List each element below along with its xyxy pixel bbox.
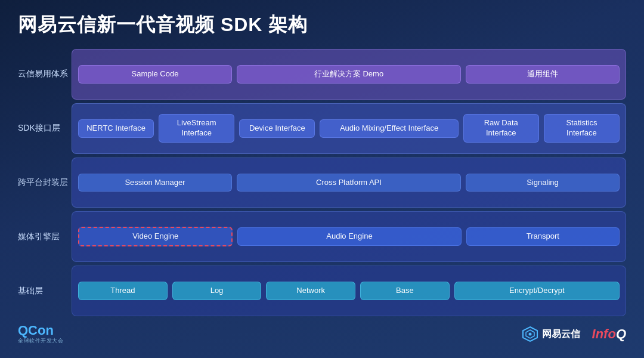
box-audio-engine: Audio Engine [237, 227, 461, 246]
layer-sdk-row: SDK接口层 NERTC Interface LiveStream Interf… [18, 103, 626, 154]
layer-sdk-label: SDK接口层 [18, 103, 72, 154]
layer-cross-content: Session Manager Cross Platform API Signa… [72, 158, 626, 208]
box-livestream-interface: LiveStream Interface [159, 114, 234, 143]
svg-point-2 [528, 333, 531, 336]
layer-cross-row: 跨平台封装层 Session Manager Cross Platform AP… [18, 158, 626, 208]
footer-right: 网易云信 InfoQ [522, 326, 626, 342]
layer-yixin-label: 云信易用体系 [18, 49, 72, 100]
layer-base-row: 基础层 Thread Log Network Base Encrypt/Decr… [18, 266, 626, 316]
box-thread: Thread [78, 282, 168, 300]
qcon-main-text: QCon [18, 324, 54, 337]
qcon-logo: QCon 全球软件开发大会 [18, 324, 63, 345]
layer-base-label: 基础层 [18, 266, 72, 316]
infoq-text: InfoQ [592, 326, 626, 342]
box-signaling: Signaling [466, 174, 620, 192]
footer-left: QCon 全球软件开发大会 [18, 324, 63, 345]
box-sample-code: Sample Code [78, 65, 232, 84]
layer-media-row: 媒体引擎层 Video Engine Audio Engine Transpor… [18, 211, 626, 262]
main-container: 网易云信新一代音视频 SDK 架构 云信易用体系 Sample Code 行业解… [0, 0, 644, 358]
layer-cross-label: 跨平台封装层 [18, 158, 72, 208]
box-encrypt-decrypt: Encrypt/Decrypt [454, 282, 620, 300]
box-statistics-interface: Statistics Interface [544, 114, 620, 143]
netease-brand: 网易云信 [522, 326, 580, 342]
architecture-diagram: 云信易用体系 Sample Code 行业解决方案 Demo 通用组件 SDK接… [18, 49, 626, 316]
qcon-sub-text: 全球软件开发大会 [18, 337, 63, 345]
layer-sdk-content: NERTC Interface LiveStream Interface Dev… [72, 103, 626, 154]
box-industry-demo: 行业解决方案 Demo [237, 65, 461, 84]
box-raw-data-interface: Raw Data Interface [463, 114, 539, 143]
netease-icon [522, 326, 538, 342]
box-audio-mixing-interface: Audio Mixing/Effect Interface [320, 119, 458, 138]
layer-yixin-row: 云信易用体系 Sample Code 行业解决方案 Demo 通用组件 [18, 49, 626, 100]
box-network: Network [266, 282, 355, 300]
layer-base-content: Thread Log Network Base Encrypt/Decrypt [72, 266, 626, 316]
layer-media-content: Video Engine Audio Engine Transport [72, 211, 626, 262]
box-video-engine: Video Engine [78, 227, 233, 246]
box-log: Log [172, 282, 262, 300]
box-common-components: 通用组件 [466, 65, 620, 84]
netease-text: 网易云信 [542, 328, 580, 341]
box-transport: Transport [466, 227, 620, 246]
box-cross-platform-api: Cross Platform API [237, 174, 461, 192]
layer-yixin-content: Sample Code 行业解决方案 Demo 通用组件 [72, 49, 626, 100]
box-base: Base [360, 282, 450, 300]
box-nertc-interface: NERTC Interface [78, 119, 154, 138]
footer: QCon 全球软件开发大会 网易云信 InfoQ [18, 322, 626, 346]
page-title: 网易云信新一代音视频 SDK 架构 [18, 12, 626, 38]
layer-media-label: 媒体引擎层 [18, 211, 72, 262]
box-device-interface: Device Interface [239, 119, 315, 138]
box-session-manager: Session Manager [78, 174, 232, 192]
